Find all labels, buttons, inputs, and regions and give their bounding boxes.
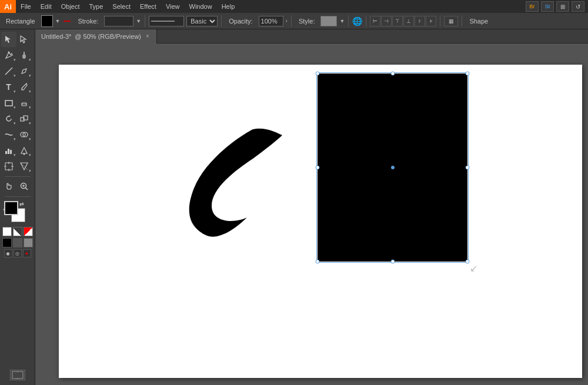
align-middle-btn[interactable]: ⊦ (415, 16, 425, 26)
stroke-unit-arrow: ▼ (136, 18, 141, 24)
sep6 (440, 15, 440, 27)
appearance-btn[interactable]: ◎ (14, 249, 22, 257)
svg-point-1 (8, 52, 9, 53)
paintbrush-tool[interactable]: ▾ (16, 79, 32, 95)
no-fill-btn[interactable] (13, 227, 22, 236)
pattern-fill-btn[interactable] (24, 238, 33, 247)
handle-top-left[interactable] (316, 72, 320, 76)
warp-tool[interactable]: ▾ (1, 127, 16, 142)
center-point (391, 166, 395, 169)
swap-colors-icon[interactable]: ⇄ (19, 201, 24, 207)
black-shape-svg (159, 100, 323, 265)
align-group: ⊢ ⊣ ⊤ ⊥ ⊦ ⊧ (370, 16, 436, 26)
recolor-icon[interactable]: 🌐 (352, 16, 362, 26)
type-tool[interactable]: T ▾ (1, 79, 16, 95)
rotate-tool-row: ▾ ▾ (1, 111, 34, 126)
sep4 (348, 15, 349, 27)
live-paint-tool[interactable]: ▾ (16, 143, 32, 158)
stroke-style-preview (149, 16, 184, 26)
tab-close-button[interactable]: × (145, 32, 151, 40)
artboard-tool[interactable] (1, 159, 16, 174)
align-right-btn[interactable]: ⊤ (392, 16, 403, 26)
gradient-type-btn[interactable] (13, 238, 22, 247)
menu-view[interactable]: View (161, 0, 185, 13)
menu-effect[interactable]: Effect (135, 0, 161, 13)
rotate-tool[interactable]: ▾ (1, 111, 16, 126)
distribute-btn[interactable]: ⊧ (426, 16, 436, 26)
handle-bottom-left[interactable] (316, 260, 320, 264)
selected-rectangle[interactable]: ↙ (318, 73, 467, 262)
isolate-btn[interactable]: ● (23, 249, 31, 257)
handle-top-right[interactable] (466, 72, 470, 76)
sep7 (462, 15, 462, 27)
workspace-icon[interactable]: ⊞ (556, 1, 569, 12)
foreground-color-swatch[interactable] (4, 201, 18, 215)
shape-builder-tool[interactable]: ▾ (16, 127, 32, 142)
line-tool-row: ▾ ▾ (1, 63, 34, 79)
color-fill-btn[interactable] (2, 238, 12, 247)
handle-bottom-mid[interactable] (390, 260, 395, 264)
sync-icon[interactable]: ↺ (572, 1, 584, 12)
bridge-icon[interactable]: Br (526, 1, 539, 12)
selection-tool[interactable] (1, 32, 16, 47)
selection-tool-row (1, 32, 34, 47)
shape-type-label: Rectangle (2, 18, 39, 25)
svg-line-22 (21, 163, 28, 170)
svg-rect-14 (8, 149, 9, 154)
tab-subtitle: @ 50% (RGB/Preview) (75, 33, 141, 40)
visibility-btn[interactable]: ◉ (4, 249, 12, 257)
hand-tool[interactable] (1, 179, 16, 194)
style-arrow: ▼ (339, 18, 345, 24)
menu-type[interactable]: Type (85, 0, 108, 13)
svg-rect-7 (22, 103, 26, 106)
sep1 (145, 15, 145, 27)
line-tool[interactable]: ▾ (1, 63, 16, 79)
pencil-tool[interactable]: ▾ (16, 63, 32, 79)
align-left-btn[interactable]: ⊢ (370, 16, 380, 26)
menu-file[interactable]: File (16, 0, 36, 13)
align-center-btn[interactable]: ⊣ (381, 16, 392, 26)
blob-brush-tool[interactable]: ▾ (16, 48, 32, 63)
document-canvas: ↙ (35, 43, 588, 385)
bar-chart-icon[interactable]: ▦ (444, 16, 458, 26)
control-bar: Rectangle ▼ Stroke: ▼ Basic Opacity: › S… (0, 13, 588, 29)
hand-zoom-row (1, 179, 34, 194)
document-tab[interactable]: Untitled-3* @ 50% (RGB/Preview) × (35, 29, 157, 43)
zoom-tool[interactable] (16, 179, 32, 194)
align-top-btn[interactable]: ⊥ (403, 16, 414, 26)
normal-fill-btn[interactable] (2, 227, 12, 236)
svg-rect-27 (12, 371, 23, 379)
direct-selection-tool[interactable] (16, 32, 32, 47)
pen-tool[interactable]: ▾ (1, 48, 16, 63)
stroke-indicator (62, 16, 72, 26)
fill-swatch[interactable] (41, 15, 53, 27)
style-label: Style: (295, 18, 319, 25)
artboard-icon[interactable] (10, 370, 25, 380)
opacity-chevron: › (286, 18, 288, 24)
svg-line-24 (25, 188, 28, 190)
svg-rect-6 (5, 101, 12, 106)
resize-cursor-icon: ↙ (470, 264, 477, 273)
stroke-type-select[interactable]: Basic (186, 16, 218, 26)
handle-mid-left[interactable] (316, 166, 320, 170)
handle-bottom-right[interactable] (466, 260, 470, 264)
stroke-width-input[interactable] (104, 16, 133, 26)
gradient-fill-btn[interactable] (24, 227, 33, 236)
artboard: ↙ (59, 65, 582, 378)
shape-tool-row: ▾ ▾ (1, 95, 34, 111)
stock-icon[interactable]: St (541, 1, 554, 12)
opacity-input[interactable] (259, 16, 283, 26)
graph-tool[interactable]: ▾ (1, 143, 16, 158)
menu-help[interactable]: Help (217, 0, 240, 13)
style-swatch[interactable] (320, 16, 337, 26)
handle-top-mid[interactable] (390, 72, 395, 76)
handle-mid-right[interactable] (466, 166, 470, 170)
rectangle-tool[interactable]: ▾ (1, 95, 16, 111)
menu-edit[interactable]: Edit (36, 0, 56, 13)
scale-tool[interactable]: ▾ (16, 111, 32, 126)
slice-tool[interactable]: ▾ (16, 159, 32, 174)
menu-select[interactable]: Select (108, 0, 135, 13)
menu-window[interactable]: Window (185, 0, 217, 13)
menu-object[interactable]: Object (56, 0, 85, 13)
eraser-tool[interactable]: ▾ (16, 95, 32, 111)
